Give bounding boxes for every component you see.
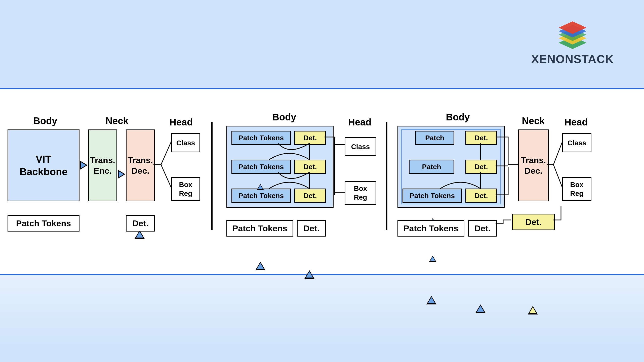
p2-body-label: Body (242, 112, 327, 123)
p1-neck-label: Neck (87, 116, 147, 126)
svg-line-17 (553, 142, 562, 165)
p1-head-label: Head (161, 117, 201, 128)
p3-l1-patch: Patch Tokens (403, 189, 462, 203)
p2-boxreg: Box Reg (345, 181, 376, 205)
svg-line-18 (553, 165, 562, 187)
arrow-up-icon (475, 304, 486, 313)
arrow-right-icon (80, 161, 88, 170)
separator (211, 122, 213, 230)
svg-line-6 (161, 142, 171, 165)
diagram-area: Body Neck Head VIT Backbone Trans. Enc. … (0, 89, 644, 274)
p1-patch-tokens: Patch Tokens (8, 215, 79, 232)
p3-body-label: Body (415, 112, 501, 123)
p2-l2-patch: Patch Tokens (231, 160, 291, 174)
p1-det-input: Det. (126, 215, 155, 232)
svg-line-7 (161, 165, 171, 187)
p3-patch-tokens: Patch Tokens (397, 220, 464, 237)
p3-l2-det: Det. (465, 160, 497, 174)
p2-l3-patch: Patch Tokens (231, 131, 291, 145)
p3-head-label: Head (556, 117, 596, 128)
arrow-up-yellow-icon (528, 306, 538, 314)
stack-icon (550, 13, 595, 50)
arrow-up-icon (255, 262, 265, 270)
arrow-up-icon (426, 296, 436, 304)
arrow-up-icon (304, 270, 314, 279)
p3-l2-patch: Patch (409, 160, 454, 174)
p2-head-label: Head (340, 117, 380, 128)
p2-class: Class (345, 137, 376, 156)
p1-vit-backbone: VIT Backbone (8, 129, 79, 201)
p1-boxreg: Box Reg (171, 177, 200, 201)
p2-l1-patch: Patch Tokens (231, 189, 291, 203)
p2-l3-det: Det. (294, 131, 326, 145)
p3-l1-det: Det. (465, 189, 497, 203)
p1-trans-enc: Trans. Enc. (88, 129, 117, 201)
p3-l3-patch: Patch (415, 131, 454, 145)
p3-det-yellow: Det. (512, 214, 555, 230)
p3-l3-det: Det. (465, 131, 497, 145)
p2-det-input: Det. (297, 220, 326, 237)
p3-class: Class (562, 133, 591, 152)
p1-body-label: Body (15, 116, 75, 126)
separator (386, 122, 387, 230)
p3-det-input: Det. (468, 220, 497, 237)
arrow-right-icon (118, 170, 125, 179)
p3-neck-label: Neck (512, 116, 555, 126)
p2-patch-tokens: Patch Tokens (226, 220, 293, 237)
p1-trans-dec: Trans. Dec. (126, 129, 155, 201)
p3-boxreg: Box Reg (562, 177, 591, 201)
p2-l2-det: Det. (294, 160, 326, 174)
p3-trans-dec: Trans. Dec. (518, 129, 549, 201)
brand-logo: XENONSTACK (531, 13, 614, 66)
arrow-up-icon (135, 230, 145, 239)
arrow-up-icon (257, 184, 264, 190)
arrow-up-icon (429, 256, 436, 262)
footer-band (0, 274, 644, 362)
p1-class: Class (171, 133, 200, 152)
p2-l1-det: Det. (294, 189, 326, 203)
brand-name: XENONSTACK (531, 52, 614, 66)
